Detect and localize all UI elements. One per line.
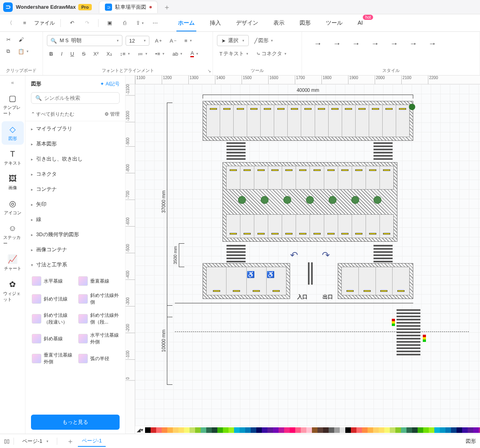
shape-item[interactable]: 斜め寸法線外側 [77,290,122,308]
color-swatch[interactable] [234,427,240,433]
cat-arrow[interactable]: 矢印 [25,197,125,212]
sidebar-item-text[interactable]: Tテキスト [2,146,24,169]
document-tab[interactable]: ⊃ 駐車場平面図 [99,1,158,13]
print-button[interactable]: ⎙ [119,17,130,29]
cat-connector[interactable]: コネクタ [25,167,125,182]
color-swatch[interactable] [473,427,479,433]
color-swatch[interactable] [356,427,362,433]
tab-view[interactable]: 表示 [272,16,286,31]
shape-item[interactable]: 斜め基線 [31,330,76,348]
color-swatch[interactable] [262,427,267,433]
more-button[interactable]: ⋯ [149,17,161,29]
cat-basic[interactable]: 基本図形 [25,136,125,151]
cat-mylib[interactable]: マイライブラリ [25,121,125,136]
font-color-button[interactable]: A▾ [188,48,201,59]
redo-button[interactable]: ↷ [81,17,93,29]
color-swatch[interactable] [145,427,151,433]
color-swatch[interactable] [279,427,284,433]
color-swatch[interactable] [167,427,173,433]
color-swatch[interactable] [245,427,251,433]
cat-dimension[interactable]: 寸法と工学系 [25,257,125,272]
font-dialog-launcher[interactable]: ↘ [207,68,211,74]
color-swatch[interactable] [284,427,290,433]
text-tool-button[interactable]: T テキスト▾ [217,48,251,59]
color-swatch[interactable] [306,427,312,433]
cat-3d[interactable]: 3Dの幾何学的図形 [25,227,125,242]
add-tab-button[interactable]: ＋ [163,2,170,12]
color-swatch[interactable] [184,427,190,433]
color-swatch[interactable] [323,427,329,433]
align-button[interactable]: ≡▾ [182,36,194,45]
underline-button[interactable]: U [68,49,76,58]
color-swatch[interactable] [317,427,323,433]
shape-item[interactable]: 垂直寸法基線外側 [31,349,76,368]
color-swatch[interactable] [423,427,429,433]
color-swatch[interactable] [445,427,451,433]
color-swatch[interactable] [201,427,206,433]
color-swatch[interactable] [228,427,234,433]
color-swatch[interactable] [418,427,423,433]
hamburger-menu-icon[interactable]: ≡ [19,17,30,29]
strike-button[interactable]: S [79,49,88,58]
back-button[interactable]: 〈 [4,17,15,29]
tab-design[interactable]: デザイン [234,16,260,31]
color-swatch[interactable] [329,427,334,433]
color-swatch[interactable] [373,427,379,433]
color-swatch[interactable] [267,427,273,433]
color-swatch[interactable] [451,427,457,433]
color-swatch[interactable] [395,427,401,433]
manage-link[interactable]: ⚙ 管理 [105,111,120,118]
shape-item[interactable]: 弧の半径 [77,349,122,368]
fill-dropper-icon[interactable]: ◢▾ [137,427,143,433]
tab-shape[interactable]: 図形 [298,16,312,31]
right-panel-label[interactable]: 図形 [466,438,476,445]
parking-block-middle[interactable] [223,162,397,242]
shape-item[interactable]: 斜め寸法線（段違い） [31,310,76,328]
color-swatch[interactable] [295,427,301,433]
color-swatch[interactable] [195,427,201,433]
color-swatch[interactable] [440,427,445,433]
symbol-search[interactable]: 🔍 [31,92,120,104]
arrow-style-4[interactable]: → [371,39,379,48]
sidebar-item-widget[interactable]: ✿ウィジェット [2,276,24,306]
sidebar-item-shape[interactable]: ◇図形 [2,121,24,145]
shape-item[interactable]: 水平寸法基線外側 [77,330,122,348]
cut-button[interactable]: ✂ [4,35,13,44]
color-swatch[interactable] [406,427,412,433]
sidebar-item-sticker[interactable]: ☺ステッカー [2,221,24,250]
color-swatch[interactable] [340,427,345,433]
sidebar-item-chart[interactable]: 📈チャート [2,251,24,275]
color-swatch[interactable] [212,427,217,433]
symbol-search-input[interactable] [44,95,115,101]
select-tool-button[interactable]: ➤ 選択▾ [217,35,249,46]
color-swatch[interactable] [301,427,306,433]
export-button[interactable]: ⇪▾ [134,17,145,29]
color-swatch[interactable] [362,427,368,433]
page-select[interactable]: ページ-1▾ [18,436,53,447]
list-button[interactable]: ≔▾ [135,49,150,58]
arrow-style-5[interactable]: → [390,39,398,48]
color-swatch[interactable] [273,427,279,433]
ai-symbol-link[interactable]: ✦ AI記号 [100,81,120,87]
superscript-button[interactable]: X² [91,49,101,58]
color-swatch[interactable] [251,427,256,433]
copy-button[interactable]: ⧉ [4,47,12,56]
color-swatch[interactable] [290,427,295,433]
bold-button[interactable]: B [47,49,55,58]
color-swatch[interactable] [462,427,468,433]
color-swatch[interactable] [240,427,245,433]
color-swatch[interactable] [468,427,473,433]
cat-container[interactable]: コンテナ [25,182,125,197]
italic-button[interactable]: I [58,49,65,58]
arrow-style-6[interactable]: → [409,39,417,48]
cat-callout[interactable]: 引き出し、吹き出し [25,151,125,167]
arrow-style-3[interactable]: → [352,39,360,48]
connector-tool-button[interactable]: ⤷ コネクタ▾ [254,48,289,59]
drawing-page[interactable]: 40000 mm 37000 mm 3500 mm 10000 mm [139,88,469,394]
color-swatch[interactable] [162,427,167,433]
color-swatch[interactable] [217,427,223,433]
color-swatch[interactable] [223,427,228,433]
parking-block-bottom-left[interactable]: ♿ ♿ [203,263,290,299]
color-swatch[interactable] [256,427,262,433]
page-panel-icon[interactable]: ▯▯ [4,438,10,444]
